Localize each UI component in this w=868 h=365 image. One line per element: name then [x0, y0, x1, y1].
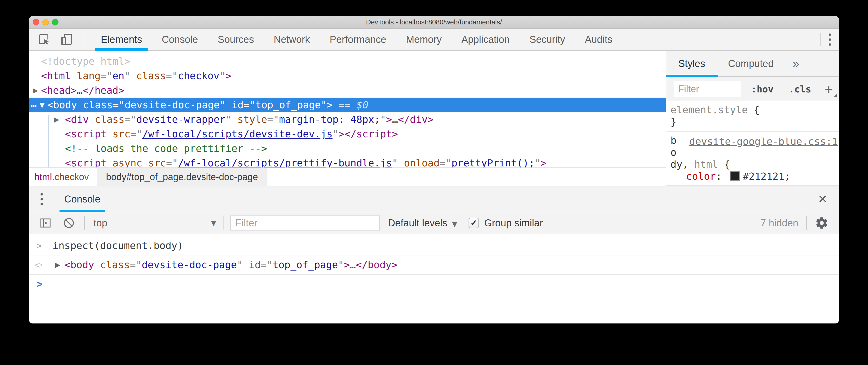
- code-token: lang: [77, 70, 100, 81]
- dom-tree-row[interactable]: ▶<head>…</head>: [29, 83, 666, 98]
- tab-console[interactable]: Console: [152, 29, 208, 51]
- tab-console-drawer[interactable]: Console: [60, 187, 105, 212]
- style-rule-body-html[interactable]: devsite-google-blue.css:1 b o dy, html {…: [666, 132, 839, 186]
- toggle-element-state-button[interactable]: :hov: [751, 84, 774, 95]
- code-token: [94, 259, 100, 270]
- css-selector[interactable]: element.style {: [671, 104, 839, 116]
- css-selector[interactable]: dy, html {: [671, 158, 839, 170]
- panel-tabs: ElementsConsoleSourcesNetworkPerformance…: [91, 29, 622, 51]
- tab-computed[interactable]: Computed: [728, 58, 773, 69]
- tab-network[interactable]: Network: [264, 29, 320, 51]
- code-token: [225, 99, 231, 110]
- context-label: top: [94, 218, 107, 229]
- code-token: [142, 157, 148, 167]
- css-property[interactable]: color: #212121;: [671, 170, 839, 182]
- tab-audits[interactable]: Audits: [575, 29, 622, 51]
- styles-sidebar: Styles Computed » :hov .cls + element.st…: [666, 51, 839, 186]
- window-title: DevTools - localhost:8080/web/fundamenta…: [29, 16, 839, 28]
- collapse-icon[interactable]: ▼: [39, 98, 45, 112]
- prompt-chevron-icon: >: [36, 278, 42, 290]
- code-token: =": [113, 99, 125, 110]
- styles-toolbar: :hov .cls +: [666, 77, 839, 101]
- device-toolbar-icon[interactable]: [60, 33, 73, 46]
- tab-elements[interactable]: Elements: [91, 29, 152, 51]
- styles-filter-input[interactable]: [674, 81, 741, 97]
- group-similar-checkbox[interactable]: ✓: [469, 218, 479, 228]
- dom-tree-row[interactable]: <script async src="/wf-local/scripts/pre…: [29, 156, 666, 167]
- code-token: devsite-doc-page: [124, 99, 220, 110]
- code-token: <body: [64, 259, 94, 270]
- console-message-result[interactable]: <·▶<body class="devsite-doc-page" id="to…: [29, 256, 839, 275]
- code-token: id: [249, 259, 261, 270]
- code-token: ": [225, 114, 231, 125]
- tab-styles[interactable]: Styles: [678, 58, 705, 69]
- code-token: /wf-local/scripts/devsite-dev.js: [142, 128, 332, 140]
- code-token: ": [392, 157, 398, 167]
- console-message-command[interactable]: >inspect(document.body): [29, 236, 839, 256]
- css-rule-close: }: [671, 116, 839, 128]
- more-options-icon[interactable]: [829, 33, 831, 46]
- code-token: <script: [65, 128, 106, 140]
- stylesheet-link[interactable]: devsite-google-blue.css:1: [689, 135, 838, 147]
- javascript-context-select[interactable]: top ▼: [94, 218, 216, 229]
- close-drawer-icon[interactable]: ✕: [818, 193, 828, 205]
- code-token: [89, 114, 95, 125]
- expand-icon[interactable]: ▶: [33, 83, 38, 98]
- code-token: =": [261, 259, 273, 270]
- drawer-menu-icon[interactable]: [40, 193, 43, 205]
- new-style-rule-button[interactable]: +: [825, 82, 833, 96]
- code-token: ": [333, 128, 339, 140]
- console-settings-icon[interactable]: [815, 216, 829, 230]
- css-selector[interactable]: o: [671, 146, 839, 158]
- toolbar-separator: [820, 33, 821, 46]
- toolbar-separator: [223, 216, 223, 230]
- inspect-element-icon[interactable]: [37, 33, 51, 46]
- log-levels-select[interactable]: Default levels▼: [388, 218, 457, 229]
- code-token: :: [716, 171, 728, 182]
- dom-tree-row[interactable]: <!doctype html>: [29, 54, 666, 69]
- code-token: ": [321, 99, 327, 110]
- element-classes-button[interactable]: .cls: [789, 84, 811, 95]
- overflow-tabs-icon[interactable]: »: [793, 57, 799, 70]
- console-filter-input[interactable]: [230, 215, 380, 231]
- tab-memory[interactable]: Memory: [396, 29, 452, 51]
- tab-application[interactable]: Application: [452, 29, 520, 51]
- code-token: element.style: [671, 104, 748, 115]
- dom-tree-row[interactable]: <!-- loads the code prettifier -->: [29, 141, 666, 156]
- code-token: b: [671, 135, 677, 146]
- elements-column: <!doctype html><html lang="en" class="ch…: [29, 51, 666, 186]
- code-token: <div: [65, 114, 89, 125]
- expand-icon[interactable]: ▶: [55, 261, 60, 269]
- show-console-sidebar-icon[interactable]: [39, 217, 52, 230]
- tab-sources[interactable]: Sources: [208, 29, 264, 51]
- code-token: class: [95, 114, 124, 125]
- clear-console-icon[interactable]: [62, 217, 75, 230]
- result-arrow-icon: <·: [34, 260, 42, 270]
- node-menu-icon[interactable]: …: [31, 96, 37, 110]
- tab-security[interactable]: Security: [520, 29, 575, 51]
- code-token: }: [671, 116, 677, 128]
- console-messages: >inspect(document.body)<·▶<body class="d…: [29, 234, 839, 324]
- code-token: =": [244, 99, 255, 110]
- console-toolbar: top ▼ Default levels▼ ✓ Group similar 7 …: [29, 212, 839, 234]
- code-token: [71, 70, 77, 81]
- code-token: dy,: [671, 159, 688, 170]
- active-tab-underline: [666, 75, 718, 77]
- main-row: <!doctype html><html lang="en" class="ch…: [29, 51, 839, 186]
- dom-tree-row[interactable]: ▶<div class="devsite-wrapper" style="mar…: [29, 112, 666, 127]
- code-token: [398, 157, 404, 167]
- code-token: .checkov: [52, 172, 89, 182]
- console-prompt[interactable]: >: [29, 275, 839, 293]
- style-rule-element[interactable]: element.style { }: [666, 101, 839, 132]
- code-token: checkov: [178, 70, 219, 81]
- breadcrumb-item-html[interactable]: html.checkov: [29, 168, 94, 186]
- tab-performance[interactable]: Performance: [320, 29, 396, 51]
- dom-tree-row[interactable]: …▼<body class="devsite-doc-page" id="top…: [29, 98, 666, 112]
- code-token: [130, 70, 136, 81]
- expand-icon[interactable]: ▶: [54, 112, 59, 127]
- dom-tree-row[interactable]: <script src="/wf-local/scripts/devsite-d…: [29, 127, 666, 141]
- code-token: [231, 114, 238, 125]
- dom-tree-row[interactable]: <html lang="en" class="checkov">: [29, 69, 666, 83]
- breadcrumb-item-body[interactable]: body#top_of_page.devsite-doc-page: [97, 168, 267, 186]
- group-similar-label[interactable]: Group similar: [484, 218, 543, 229]
